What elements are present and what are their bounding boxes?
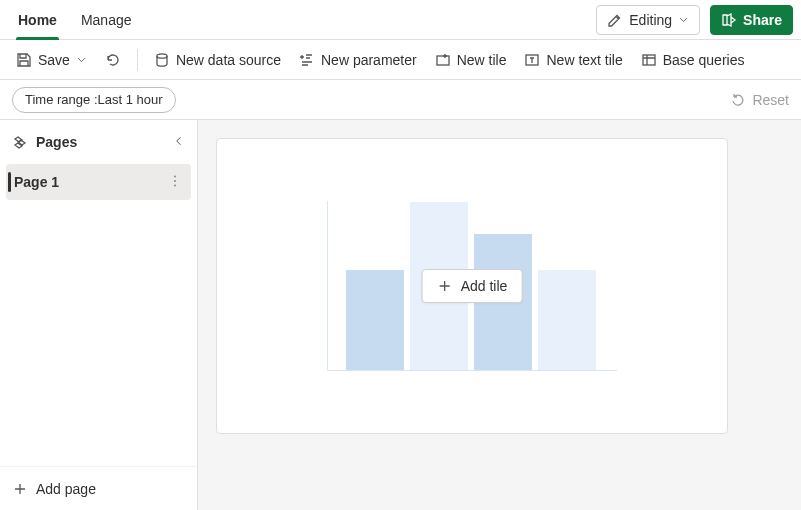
pages-icon: [12, 134, 28, 150]
refresh-icon: [105, 52, 121, 68]
share-label: Share: [743, 12, 782, 28]
sidebar-title: Pages: [36, 134, 77, 150]
top-tabs: Home Manage Editing Share: [0, 0, 801, 40]
add-page-label: Add page: [36, 481, 96, 497]
svg-rect-3: [643, 55, 655, 65]
time-range-chip[interactable]: Time range : Last 1 hour: [12, 87, 176, 113]
base-queries-label: Base queries: [663, 52, 745, 68]
page-item-label: Page 1: [14, 174, 59, 190]
new-tile-button[interactable]: New tile: [427, 44, 515, 76]
add-page-button[interactable]: Add page: [0, 466, 197, 510]
new-data-source-label: New data source: [176, 52, 281, 68]
collapse-sidebar-button[interactable]: [173, 134, 185, 150]
tab-home[interactable]: Home: [8, 0, 67, 40]
chevron-left-icon: [173, 135, 185, 147]
time-range-label: Time range :: [25, 92, 98, 107]
new-text-tile-button[interactable]: New text tile: [516, 44, 630, 76]
tab-manage[interactable]: Manage: [71, 0, 142, 40]
tile-icon: [435, 52, 451, 68]
tab-manage-label: Manage: [81, 12, 132, 28]
canvas-area: Add tile: [198, 120, 801, 510]
time-range-value: Last 1 hour: [98, 92, 163, 107]
plus-icon: [437, 278, 453, 294]
svg-point-4: [174, 175, 176, 177]
new-text-tile-label: New text tile: [546, 52, 622, 68]
share-icon: [721, 12, 737, 28]
share-button[interactable]: Share: [710, 5, 793, 35]
pencil-icon: [607, 12, 623, 28]
sidebar: Pages Page 1 Add page: [0, 120, 198, 510]
text-tile-icon: [524, 52, 540, 68]
divider: [137, 49, 138, 71]
base-queries-icon: [641, 52, 657, 68]
svg-point-6: [174, 184, 176, 186]
svg-point-5: [174, 180, 176, 182]
undo-icon: [730, 92, 746, 108]
base-queries-button[interactable]: Base queries: [633, 44, 753, 76]
sidebar-header: Pages: [0, 120, 197, 164]
chevron-down-icon: [678, 14, 689, 25]
parameter-icon: [299, 52, 315, 68]
new-tile-label: New tile: [457, 52, 507, 68]
chart-bar: [346, 270, 404, 370]
save-icon: [16, 52, 32, 68]
reset-label: Reset: [752, 92, 789, 108]
new-parameter-label: New parameter: [321, 52, 417, 68]
svg-point-0: [157, 53, 167, 57]
tab-home-label: Home: [18, 12, 57, 28]
page-item-more-button[interactable]: [167, 173, 183, 192]
new-parameter-button[interactable]: New parameter: [291, 44, 425, 76]
plus-icon: [12, 481, 28, 497]
dashboard-canvas: Add tile: [216, 138, 728, 434]
add-tile-button[interactable]: Add tile: [422, 269, 523, 303]
database-icon: [154, 52, 170, 68]
refresh-button[interactable]: [97, 44, 129, 76]
more-vertical-icon: [167, 173, 183, 189]
save-label: Save: [38, 52, 70, 68]
editing-button[interactable]: Editing: [596, 5, 700, 35]
chart-bar: [538, 270, 596, 370]
toolbar: Save New data source New parameter New t…: [0, 40, 801, 80]
body: Pages Page 1 Add page Ad: [0, 120, 801, 510]
page-item[interactable]: Page 1: [6, 164, 191, 200]
reset-button[interactable]: Reset: [730, 92, 789, 108]
add-tile-label: Add tile: [461, 278, 508, 294]
editing-label: Editing: [629, 12, 672, 28]
filter-bar: Time range : Last 1 hour Reset: [0, 80, 801, 120]
save-button[interactable]: Save: [8, 44, 95, 76]
new-data-source-button[interactable]: New data source: [146, 44, 289, 76]
chevron-down-icon: [76, 54, 87, 65]
svg-rect-1: [437, 56, 449, 65]
